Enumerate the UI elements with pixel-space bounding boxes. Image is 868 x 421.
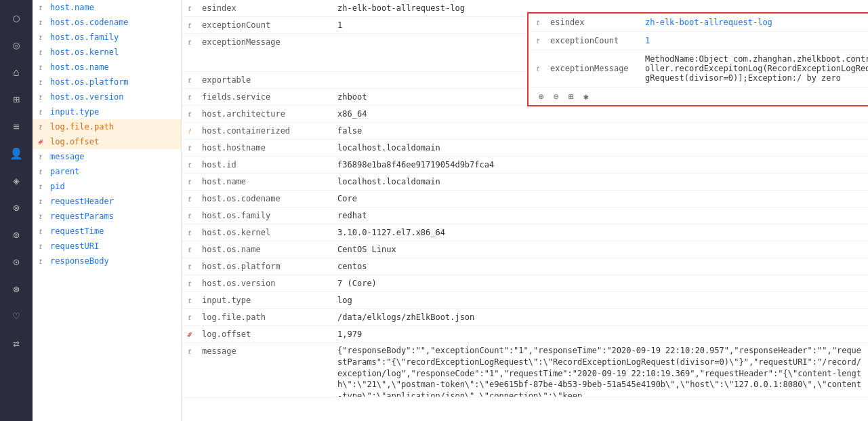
field-item-host-os-family[interactable]: t host.os.family: [33, 30, 181, 45]
row-key: exportable: [197, 72, 332, 89]
popup-row-exception-message: t exceptionMessage MethodName:Object com…: [529, 50, 868, 87]
row-type: t: [182, 174, 197, 191]
field-item-request-uri[interactable]: t requestURI: [33, 239, 181, 254]
field-item-request-header[interactable]: t requestHeader: [33, 194, 181, 209]
row-key: host.containerized: [197, 123, 332, 140]
table-row[interactable]: ! host.containerized false: [182, 123, 868, 140]
row-value: /data/elklogs/zhElkBoot.json: [332, 309, 868, 326]
row-value: false: [332, 123, 868, 140]
field-type-icon: t: [38, 123, 47, 131]
table-row[interactable]: t host.os.codename Core: [182, 191, 868, 207]
arrows-icon[interactable]: ⇄: [4, 331, 28, 355]
star-icon[interactable]: ✱: [580, 90, 592, 102]
field-item-request-params[interactable]: t requestParams: [33, 209, 181, 224]
row-type: t: [182, 224, 197, 241]
heart-icon[interactable]: ♡: [4, 304, 28, 328]
table-row[interactable]: t log.file.path /data/elklogs/zhElkBoot.…: [182, 309, 868, 326]
table-row[interactable]: t host.architecture x86_64: [182, 106, 868, 123]
layers-icon[interactable]: ⊗: [4, 195, 28, 220]
field-item-host-os-version[interactable]: t host.os.version: [33, 89, 181, 104]
table-row[interactable]: t host.os.family redhat: [182, 207, 868, 224]
field-item-message[interactable]: t message: [33, 149, 181, 164]
zoom-in-icon[interactable]: ⊕: [535, 90, 547, 102]
sidebar: ○ ◎ ⌂ ⊞ ≡ 👤 ◈ ⊗ ⊕ ⊙ ⊛ ♡ ⇄: [0, 0, 33, 421]
field-label: log.offset: [50, 137, 99, 146]
popup-key-esindex: esindex: [550, 18, 645, 27]
field-label: host.os.platform: [50, 77, 129, 87]
row-type: t: [182, 0, 197, 17]
field-item-log-offset[interactable]: # log.offset: [33, 134, 181, 149]
user-icon[interactable]: 👤: [4, 141, 28, 165]
table-row[interactable]: t host.hostname localhost.localdomain: [182, 140, 868, 157]
row-type: t: [182, 89, 197, 106]
table-row[interactable]: t host.os.name CentOS Linux: [182, 241, 868, 258]
popup-value-exception-count: 1: [645, 36, 868, 45]
row-key: message: [197, 343, 332, 398]
row-type: t: [182, 191, 197, 207]
row-key: host.os.name: [197, 241, 332, 258]
field-item-host-os-name[interactable]: t host.os.name: [33, 60, 181, 75]
row-key: exceptionCount: [197, 17, 332, 34]
field-item-input-type[interactable]: t input.type: [33, 104, 181, 119]
row-key: host.name: [197, 174, 332, 191]
table-row[interactable]: t input.type log: [182, 292, 868, 309]
field-type-icon: t: [38, 79, 47, 86]
field-item-host-os-kernel[interactable]: t host.os.kernel: [33, 45, 181, 60]
field-item-request-time[interactable]: t requestTime: [33, 224, 181, 239]
field-type-icon: t: [38, 108, 47, 116]
table-row[interactable]: t host.os.platform centos: [182, 258, 868, 275]
popup-row-esindex: t esindex zh-elk-boot-allrequest-log: [529, 14, 868, 32]
field-item-response-body[interactable]: t responseBody: [33, 254, 181, 268]
circle-icon[interactable]: ○: [4, 5, 28, 30]
table-row[interactable]: t host.name localhost.localdomain: [182, 174, 868, 191]
home-icon[interactable]: ⌂: [4, 60, 28, 84]
lock-icon[interactable]: ⊙: [4, 249, 28, 274]
row-value: Core: [332, 191, 868, 207]
field-type-icon: t: [38, 94, 47, 101]
row-key: host.os.platform: [197, 258, 332, 275]
row-type: t: [182, 258, 197, 275]
row-value: {"responseBody":"","exceptionCount":"1",…: [332, 343, 868, 397]
table-row[interactable]: # log.offset 1,979: [182, 326, 868, 343]
field-item-host-name[interactable]: t host.name: [33, 0, 181, 15]
row-type: #: [182, 326, 197, 343]
field-label: responseBody: [50, 256, 109, 266]
field-label: pid: [50, 182, 65, 191]
row-type: t: [182, 17, 197, 34]
table-row[interactable]: t host.id f36898e1ba8f46ee91719054d9b7fc…: [182, 157, 868, 174]
row-type: t: [182, 309, 197, 326]
field-type-icon: t: [38, 198, 47, 205]
field-item-parent[interactable]: t parent: [33, 164, 181, 179]
row-key: log.offset: [197, 326, 332, 343]
grid-icon[interactable]: ⊞: [4, 87, 28, 111]
row-type: t: [182, 207, 197, 224]
popup-key-exception-count: exceptionCount: [550, 36, 645, 45]
field-label: input.type: [50, 107, 99, 117]
chart-icon[interactable]: ◈: [4, 168, 28, 193]
row-value: 1,979: [332, 326, 868, 343]
data-table[interactable]: t esindex zh-elk-boot-allrequest-log t e…: [182, 0, 868, 421]
table-row[interactable]: t host.os.kernel 3.10.0-1127.el7.x86_64: [182, 224, 868, 241]
row-key: host.os.family: [197, 207, 332, 224]
row-value: localhost.localdomain: [332, 140, 868, 157]
field-item-host-os-platform[interactable]: t host.os.platform: [33, 75, 181, 89]
field-label: host.os.name: [50, 62, 109, 72]
field-label: host.name: [50, 3, 94, 12]
field-item-log-file-path[interactable]: t log.file.path: [33, 119, 181, 134]
table-row[interactable]: t host.os.version 7 (Core): [182, 275, 868, 292]
row-key: host.architecture: [197, 106, 332, 123]
table-row[interactable]: t message {"responseBody":"","exceptionC…: [182, 343, 868, 398]
field-type-icon: t: [38, 228, 47, 235]
list-icon[interactable]: ≡: [4, 114, 28, 138]
expand-icon[interactable]: ⊞: [565, 90, 577, 102]
tag-icon[interactable]: ⊕: [4, 222, 28, 247]
filter-icon[interactable]: ⊛: [4, 277, 28, 301]
field-type-icon: t: [38, 34, 47, 41]
field-item-host-os-codename[interactable]: t host.os.codename: [33, 15, 181, 30]
row-key: exceptionMessage: [197, 34, 332, 72]
field-item-pid[interactable]: t pid: [33, 179, 181, 194]
row-value: log: [332, 292, 868, 309]
compass-icon[interactable]: ◎: [4, 33, 28, 57]
row-value: localhost.localdomain: [332, 174, 868, 191]
zoom-out-icon[interactable]: ⊖: [550, 90, 562, 102]
